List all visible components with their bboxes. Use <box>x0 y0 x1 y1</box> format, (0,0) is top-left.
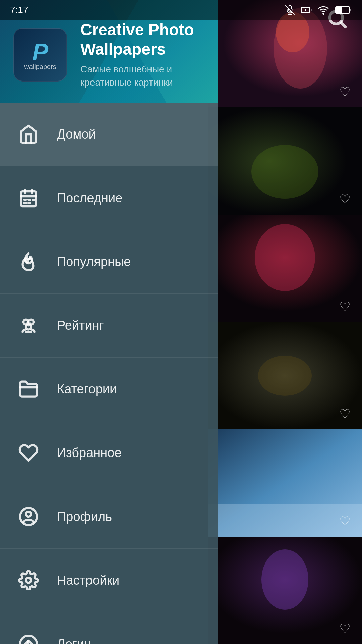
app-subtitle: Самые волшебные и креативные картинки <box>80 63 204 89</box>
logo-sub: wallpapers <box>24 63 56 71</box>
heart-icon <box>17 441 40 465</box>
navigation-drawer: P wallpapers Creative Photo Wallpapers С… <box>0 0 218 644</box>
svg-point-12 <box>261 549 308 610</box>
svg-point-43 <box>26 578 31 583</box>
like-button-5[interactable]: ♡ <box>336 513 354 530</box>
sidebar-item-label-home: Домой <box>57 127 96 142</box>
svg-line-25 <box>341 23 345 27</box>
svg-rect-22 <box>336 7 342 13</box>
sidebar-item-settings[interactable]: Настройки <box>0 549 218 612</box>
battery-icon <box>335 5 352 15</box>
sidebar-item-label-profile: Профиль <box>57 509 112 524</box>
wallpaper-cell-6: ♡ <box>208 537 362 644</box>
sidebar-item-label-categories: Категории <box>57 382 117 396</box>
sidebar-item-login[interactable]: Логин <box>0 612 218 644</box>
sidebar-item-categories[interactable]: Категории <box>0 358 218 421</box>
sidebar-item-recent[interactable]: Последние <box>0 166 218 230</box>
sidebar-item-favorites[interactable]: Избранное <box>0 421 218 485</box>
like-button-1[interactable]: ♡ <box>336 83 354 101</box>
calendar-icon <box>17 186 40 210</box>
drawer-menu: Домой Последние <box>0 103 218 644</box>
status-icons <box>285 4 352 16</box>
sidebar-item-label-popular: Популярные <box>57 255 131 269</box>
folder-icon <box>17 377 40 401</box>
svg-point-6 <box>255 224 315 291</box>
like-button-3[interactable]: ♡ <box>336 298 354 315</box>
sidebar-item-home[interactable]: Домой <box>0 103 218 166</box>
wifi-icon <box>318 4 329 16</box>
wallpaper-cell-4: ♡ <box>208 322 362 429</box>
sidebar-item-rating[interactable]: Рейтинг <box>0 294 218 358</box>
like-button-2[interactable]: ♡ <box>336 191 354 208</box>
sidebar-item-label-login: Логин <box>57 637 91 644</box>
status-time: 7:17 <box>10 5 28 15</box>
sidebar-item-label-settings: Настройки <box>57 573 119 588</box>
sidebar-item-label-rating: Рейтинг <box>57 318 104 333</box>
svg-point-20 <box>323 13 324 14</box>
app-logo: P wallpapers <box>13 28 67 82</box>
drawer-header-text: Creative Photo Wallpapers Самые волшебны… <box>80 20 204 89</box>
sidebar-item-popular[interactable]: Популярные <box>0 230 218 294</box>
battery-alert-icon <box>301 5 312 15</box>
sidebar-item-profile[interactable]: Профиль <box>0 485 218 549</box>
like-button-6[interactable]: ♡ <box>336 620 354 637</box>
like-button-4[interactable]: ♡ <box>336 405 354 423</box>
login-icon <box>17 632 40 644</box>
svg-point-8 <box>258 356 312 396</box>
profile-icon <box>17 505 40 528</box>
sidebar-item-label-favorites: Избранное <box>57 446 122 460</box>
status-bar: 7:17 <box>0 0 362 20</box>
mute-icon <box>285 5 295 15</box>
wallpaper-grid: ♡ ♡ ♡ <box>208 0 362 644</box>
rating-icon <box>17 314 40 337</box>
svg-point-42 <box>26 512 31 517</box>
logo-letter: P <box>32 38 48 66</box>
wallpaper-cell-2: ♡ <box>208 107 362 215</box>
sidebar-item-label-recent: Последние <box>57 191 122 205</box>
app-title: Creative Photo Wallpapers <box>80 20 204 59</box>
svg-point-4 <box>251 145 318 199</box>
fire-icon <box>17 250 40 273</box>
home-icon <box>17 122 40 146</box>
settings-icon <box>17 569 40 592</box>
wallpaper-cell-3: ♡ <box>208 215 362 322</box>
wallpaper-cell-5: ♡ <box>208 429 362 537</box>
